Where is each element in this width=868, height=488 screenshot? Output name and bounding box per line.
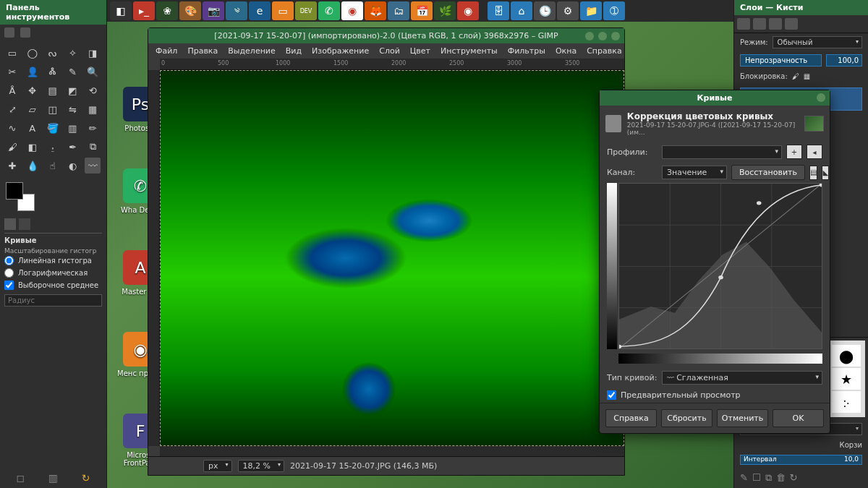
zoom-select[interactable]: 18,2 %: [238, 460, 284, 472]
mode-select[interactable]: Обычный: [773, 36, 862, 48]
gimp-titlebar[interactable]: [2021-09-17 15-20-07] (импортировано)-2.…: [148, 28, 624, 43]
ellipse-select-tool[interactable]: ◯: [25, 45, 41, 61]
curve-canvas[interactable]: [618, 183, 822, 349]
files-icon[interactable]: 🗂: [388, 1, 409, 20]
nature2-icon[interactable]: 🌿: [434, 1, 456, 20]
menu-view[interactable]: Вид: [286, 46, 302, 56]
curves-titlebar[interactable]: Кривые: [600, 90, 830, 106]
cancel-button[interactable]: Отменить: [717, 409, 768, 427]
reset-channel-button[interactable]: Восстановить: [731, 165, 805, 180]
by-color-tool[interactable]: ◨: [85, 45, 101, 61]
paths-tool[interactable]: Ꮬ: [45, 64, 61, 80]
brush-item[interactable]: ⬤: [832, 345, 861, 367]
shear-tool[interactable]: ▱: [25, 101, 41, 117]
color-picker-tool[interactable]: ✎: [64, 64, 80, 80]
edge-icon[interactable]: e: [249, 1, 271, 20]
gimp-icon[interactable]: 🎨: [179, 1, 201, 20]
radius-input[interactable]: [4, 294, 102, 307]
linear-radio-input[interactable]: [4, 256, 14, 265]
channel-select[interactable]: Значение: [662, 166, 727, 179]
folder-icon[interactable]: 📁: [580, 1, 602, 20]
undo-tab-icon[interactable]: [785, 18, 798, 30]
close-button[interactable]: [611, 32, 620, 40]
status-icon-1[interactable]: ◻: [16, 472, 25, 484]
curves-tool[interactable]: 〰: [85, 158, 101, 174]
reset-button[interactable]: Сбросить: [661, 409, 712, 427]
sample-average-check[interactable]: Выборочное среднее: [4, 279, 102, 291]
firefox-icon[interactable]: 🦊: [365, 1, 386, 20]
compass-icon[interactable]: ◉: [341, 1, 363, 20]
help-button[interactable]: Справка: [605, 409, 657, 427]
refresh-brush-icon[interactable]: ↻: [790, 472, 798, 484]
duplicate-brush-icon[interactable]: ⧉: [765, 472, 772, 484]
menu-tools[interactable]: Инструменты: [441, 46, 498, 56]
channels-tab-icon[interactable]: [753, 18, 766, 30]
linear-histogram-radio[interactable]: Линейная гистогра: [4, 254, 102, 267]
menu-select[interactable]: Выделение: [228, 46, 276, 56]
rect-select-tool[interactable]: ▭: [4, 45, 20, 61]
dev-icon[interactable]: DEV: [295, 1, 317, 20]
text-tool[interactable]: A: [25, 120, 41, 136]
app-icon[interactable]: ▭: [272, 1, 294, 20]
paths-tab-icon[interactable]: [769, 18, 782, 30]
zoom-tool[interactable]: 🔍: [85, 64, 101, 80]
status-icon-2[interactable]: ▥: [48, 472, 58, 484]
heal-tool[interactable]: ✚: [4, 158, 20, 174]
clone-tool[interactable]: ⧉: [85, 139, 101, 155]
spacing-slider[interactable]: Интервал 10,0: [740, 455, 862, 465]
filemanager-icon[interactable]: 🗄: [488, 1, 509, 20]
camera-icon[interactable]: 📷: [203, 1, 224, 20]
menu-colors[interactable]: Цвет: [410, 46, 430, 56]
scale-tool[interactable]: ⤢: [4, 101, 20, 117]
free-select-tool[interactable]: ᔓ: [45, 45, 61, 61]
sample-avg-checkbox[interactable]: [4, 281, 14, 290]
profile-add-button[interactable]: +: [786, 145, 802, 159]
bucket-tool[interactable]: 🪣: [45, 120, 61, 136]
smudge-tool[interactable]: ☝: [45, 158, 61, 174]
ink-tool[interactable]: ✒: [64, 139, 80, 155]
crop-tool[interactable]: ◩: [64, 82, 80, 98]
menu-layer[interactable]: Слой: [379, 46, 400, 56]
lock-alpha-icon[interactable]: ▦: [804, 72, 810, 80]
log-histogram-radio[interactable]: Логарифмическая: [4, 267, 102, 279]
brush-tool[interactable]: 🖌: [4, 139, 20, 155]
minimize-button[interactable]: [585, 32, 594, 40]
dodge-tool[interactable]: ◐: [64, 158, 80, 174]
minimize-icon[interactable]: [4, 27, 14, 38]
brush-item[interactable]: ჻: [832, 391, 861, 413]
delete-brush-icon[interactable]: 🗑: [776, 472, 786, 484]
measure-tool[interactable]: Å: [4, 82, 20, 98]
terminal-icon[interactable]: ▸_: [133, 1, 155, 20]
detach-icon[interactable]: [20, 27, 30, 38]
control-point[interactable]: [718, 275, 723, 279]
fg-color-swatch[interactable]: [6, 182, 23, 200]
control-point[interactable]: [820, 184, 822, 187]
menu-help[interactable]: Справка: [587, 46, 621, 56]
nature-app-icon[interactable]: ❀: [156, 1, 178, 20]
brush-item[interactable]: ★: [832, 368, 861, 390]
scissors-tool[interactable]: ✂: [4, 64, 20, 80]
control-point[interactable]: [757, 201, 762, 205]
preview-row[interactable]: Предварительный просмотр: [600, 388, 830, 403]
pencil-tool[interactable]: ✏: [85, 120, 101, 136]
edit-brush-icon[interactable]: ✎: [740, 472, 748, 484]
foreground-tool[interactable]: 👤: [25, 64, 41, 80]
maximize-button[interactable]: [598, 32, 607, 40]
menu-file[interactable]: Файл: [156, 46, 177, 56]
opts-tab2-icon[interactable]: [19, 218, 30, 230]
flip-tool[interactable]: ⇋: [64, 101, 80, 117]
swirl-app-icon[interactable]: ༄: [226, 1, 247, 20]
unit-select[interactable]: px: [203, 460, 232, 472]
menu-edit[interactable]: Правка: [187, 46, 218, 56]
calendar-icon[interactable]: 📅: [411, 1, 433, 20]
opacity-value[interactable]: 100,0: [826, 54, 862, 67]
curve-type-select[interactable]: 〰 Сглаженная: [662, 371, 822, 385]
new-brush-icon[interactable]: ☐: [752, 472, 761, 484]
log-radio-input[interactable]: [4, 268, 14, 278]
opts-tab-icon[interactable]: [4, 218, 16, 230]
fg-bg-color[interactable]: [6, 182, 35, 211]
align-tool[interactable]: ▤: [45, 82, 61, 98]
lock-pixels-icon[interactable]: 🖌: [792, 72, 799, 80]
histogram-linear-icon[interactable]: ▤: [809, 166, 817, 180]
app-red-icon[interactable]: ◉: [457, 1, 479, 20]
